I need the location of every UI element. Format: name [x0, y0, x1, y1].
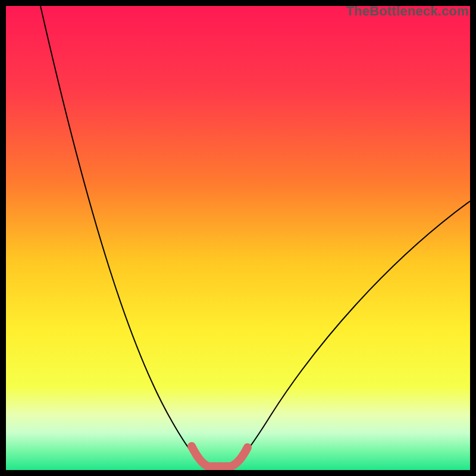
chart-frame: TheBottleneck.com	[0, 0, 476, 476]
chart-background	[6, 6, 470, 470]
bottleneck-chart	[6, 6, 470, 470]
watermark-text: TheBottleneck.com	[346, 4, 469, 19]
